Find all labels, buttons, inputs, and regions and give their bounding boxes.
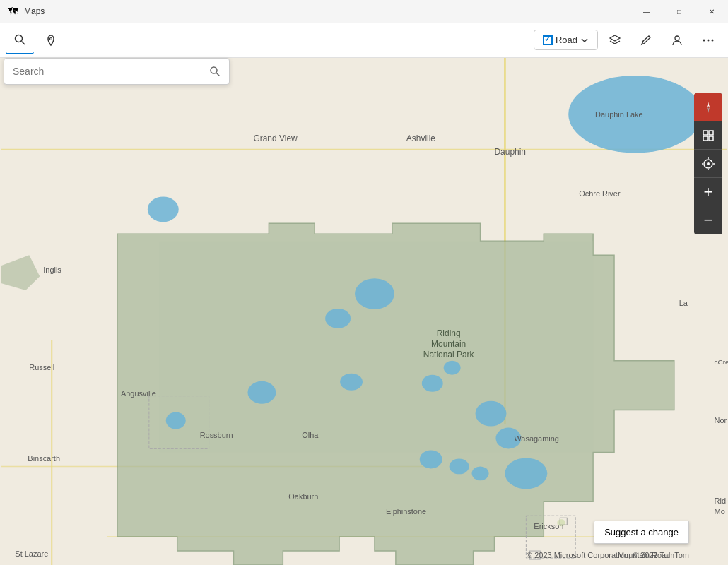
svg-point-24	[476, 401, 507, 427]
pen-button[interactable]	[632, 26, 660, 54]
label-dauphin-lake: Dauphin Lake	[595, 110, 643, 119]
label-riding-mountain-1: Riding	[437, 328, 461, 338]
label-inglis: Inglis	[43, 266, 61, 274]
svg-point-21	[340, 374, 363, 391]
label-st-lazare: St Lazare	[15, 549, 48, 558]
svg-rect-40	[703, 131, 708, 135]
layers-button[interactable]	[601, 26, 629, 54]
label-binscarth: Binscarth	[28, 454, 60, 463]
label-russell: Russell	[29, 363, 54, 371]
search-panel	[4, 58, 230, 85]
map-type-label: Road	[556, 35, 577, 45]
toolbar-right: Road	[534, 26, 722, 54]
svg-line-1	[22, 41, 25, 44]
label-oakburn: Oakburn	[288, 492, 318, 501]
label-rossburn: Rossburn	[200, 431, 233, 439]
pen-icon	[640, 34, 652, 47]
search-icon	[209, 66, 221, 77]
svg-point-5	[708, 39, 710, 41]
svg-rect-41	[709, 131, 713, 135]
label-elphinstone: Elphinstone	[386, 507, 426, 516]
svg-marker-38	[707, 102, 710, 107]
person-icon	[671, 34, 683, 47]
svg-marker-18	[160, 241, 593, 452]
more-icon	[702, 34, 715, 47]
label-olha: Olha	[302, 431, 319, 439]
svg-point-26	[420, 450, 442, 468]
label-nor: Nor	[715, 416, 727, 424]
svg-point-23	[444, 361, 461, 375]
search-box	[4, 58, 230, 85]
search-submit-button[interactable]	[206, 63, 223, 80]
map-container[interactable]: Grand View Ashville Dauphin Dauphin Lake…	[0, 58, 728, 565]
label-angusville: Angusville	[121, 389, 156, 398]
label-ochre-river: Ochre River	[579, 189, 621, 198]
zoom-out-button[interactable]: −	[694, 206, 722, 234]
label-grand-view: Grand View	[253, 133, 298, 143]
suggest-change-label: Suggest a change	[604, 527, 679, 537]
search-tab-button[interactable]	[6, 26, 34, 54]
svg-point-3	[675, 36, 679, 40]
label-erickson: Erickson	[534, 522, 563, 530]
svg-line-8	[216, 73, 220, 76]
location-button[interactable]	[694, 150, 722, 178]
svg-point-33	[166, 412, 186, 429]
minimize-button[interactable]: —	[630, 0, 663, 23]
map-svg: Grand View Ashville Dauphin Dauphin Lake…	[0, 58, 728, 565]
svg-marker-39	[707, 107, 710, 113]
label-mccream: cCream	[715, 358, 728, 366]
map-grid-button[interactable]	[694, 121, 722, 150]
suggest-change-button[interactable]: Suggest a change	[594, 521, 689, 544]
map-type-button[interactable]: Road	[534, 30, 598, 50]
label-riding-mountain-3: National Park	[423, 350, 474, 359]
app-title: Maps	[24, 6, 45, 16]
location-icon	[702, 157, 715, 170]
label-dauphin: Dauphin	[494, 147, 526, 157]
svg-point-45	[707, 162, 710, 165]
label-wasagaming: Wasagaming	[514, 434, 559, 443]
copyright-text: © 2023 Microsoft Corporation, © 2022 Tom…	[527, 551, 689, 559]
search-input[interactable]	[10, 61, 206, 81]
favorites-tab-icon	[45, 34, 57, 47]
chevron-down-icon	[580, 36, 589, 44]
zoom-in-button[interactable]: +	[694, 178, 722, 206]
toolbar: Road	[0, 23, 728, 58]
label-riding-mountain-2: Mountain	[431, 339, 466, 349]
app-icon: 🗺	[8, 6, 18, 17]
map-type-checkbox	[543, 35, 553, 45]
label-la: La	[679, 299, 688, 307]
compass-icon	[701, 100, 715, 114]
map-controls-panel: + −	[694, 93, 722, 234]
favorites-tab-button[interactable]	[37, 26, 65, 54]
layers-icon	[609, 34, 621, 47]
close-button[interactable]: ✕	[695, 0, 728, 23]
label-ashville: Ashville	[406, 133, 436, 143]
maximize-button[interactable]: □	[663, 0, 695, 23]
svg-point-7	[211, 67, 217, 73]
svg-point-28	[472, 466, 489, 480]
svg-point-19	[355, 278, 394, 309]
profile-button[interactable]	[663, 26, 691, 54]
svg-point-4	[703, 39, 705, 41]
svg-point-6	[712, 39, 714, 41]
svg-point-29	[505, 458, 547, 489]
compass-button[interactable]	[694, 93, 722, 121]
svg-point-27	[450, 458, 469, 474]
svg-point-20	[325, 309, 351, 328]
label-mo: Mo	[715, 507, 725, 516]
grid-icon	[702, 129, 715, 142]
title-bar-left: 🗺 Maps	[0, 6, 45, 17]
svg-point-22	[422, 375, 443, 392]
svg-point-0	[16, 35, 23, 42]
svg-point-2	[50, 37, 52, 40]
title-bar: 🗺 Maps — □ ✕	[0, 0, 728, 23]
more-button[interactable]	[694, 26, 722, 54]
label-rid: Rid	[715, 496, 726, 505]
svg-rect-42	[703, 136, 708, 141]
title-bar-controls: — □ ✕	[630, 0, 728, 23]
svg-point-16	[148, 196, 179, 222]
svg-point-30	[247, 381, 276, 404]
search-tab-icon	[13, 33, 26, 46]
svg-rect-43	[709, 136, 713, 141]
